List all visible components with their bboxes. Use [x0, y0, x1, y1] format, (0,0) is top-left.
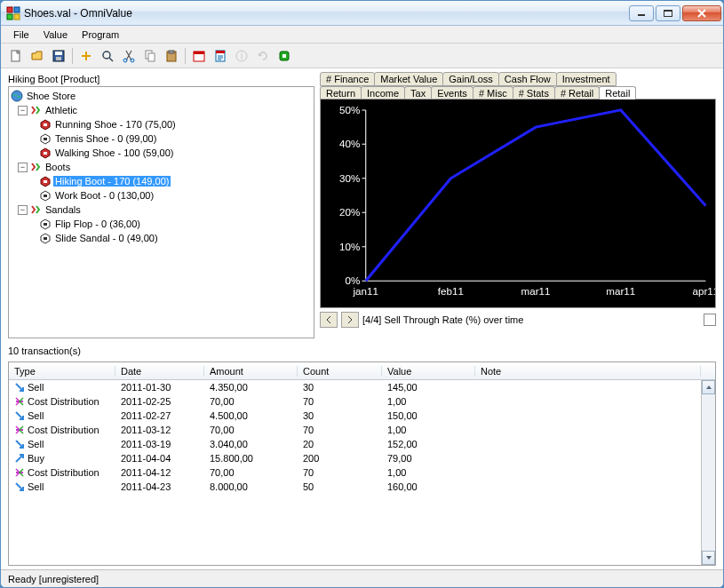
- menu-file[interactable]: File: [6, 28, 36, 42]
- svg-text:20%: 20%: [339, 208, 360, 219]
- tree-category-athletic[interactable]: Athletic: [44, 105, 79, 115]
- tree-category-boots[interactable]: Boots: [44, 162, 72, 172]
- collapse-icon[interactable]: −: [18, 106, 28, 115]
- scroll-up-icon[interactable]: [702, 380, 715, 394]
- tree-root[interactable]: Shoe Store: [25, 91, 77, 101]
- col-type[interactable]: Type: [9, 366, 115, 377]
- menu-program[interactable]: Program: [75, 28, 126, 42]
- tree-item[interactable]: Walking Shoe - 100 (59,00): [53, 147, 176, 158]
- close-button[interactable]: [682, 5, 721, 21]
- maximize-button[interactable]: [656, 5, 680, 21]
- category-icon: [29, 161, 42, 173]
- cut-icon[interactable]: [119, 46, 139, 66]
- copy-icon[interactable]: [140, 46, 160, 66]
- tab-retail[interactable]: Retail: [599, 86, 636, 99]
- table-row[interactable]: Sell2011-04-238.000,0050160,00: [9, 480, 701, 494]
- new-file-icon[interactable]: [6, 46, 26, 66]
- tree-item[interactable]: Flip Flop - 0 (36,00): [53, 219, 142, 229]
- col-count[interactable]: Count: [298, 366, 382, 377]
- tree-item[interactable]: Tennis Shoe - 0 (99,00): [53, 133, 158, 144]
- product-tree[interactable]: Shoe Store −Athletic Running Shoe - 170 …: [8, 86, 314, 338]
- svg-rect-17: [169, 51, 174, 53]
- table-row[interactable]: Cost Distribution2011-04-1270,00701,00: [9, 465, 701, 480]
- tab-tax[interactable]: Tax: [404, 86, 432, 99]
- refresh-icon: [253, 46, 273, 66]
- svg-rect-6: [664, 10, 672, 12]
- chart-checkbox[interactable]: [704, 314, 716, 326]
- tree-panel: Hiking Boot [Product] Shoe Store −Athlet…: [8, 72, 314, 338]
- search-icon[interactable]: [98, 46, 117, 66]
- titlebar[interactable]: Shoes.val - OmniValue: [1, 1, 723, 26]
- table-body[interactable]: Sell2011-01-304.350,0030145,00Cost Distr…: [9, 380, 701, 565]
- transaction-type-icon: [14, 425, 25, 435]
- tab-gainloss[interactable]: Gain/Loss: [442, 72, 499, 86]
- open-file-icon[interactable]: [28, 46, 47, 66]
- save-file-icon[interactable]: [49, 46, 68, 66]
- svg-text:apr11: apr11: [693, 286, 715, 297]
- calendar-icon[interactable]: [189, 46, 209, 66]
- tree-item-selected[interactable]: Hiking Boot - 170 (149,00): [53, 176, 171, 187]
- add-icon[interactable]: [76, 46, 96, 66]
- svg-rect-30: [44, 180, 47, 183]
- svg-text:feb11: feb11: [438, 286, 464, 297]
- col-note[interactable]: Note: [475, 366, 701, 377]
- table-row[interactable]: Cost Distribution2011-03-1270,00701,00: [9, 423, 701, 437]
- menu-value[interactable]: Value: [36, 28, 75, 42]
- transaction-type-icon: [14, 410, 25, 421]
- transaction-type-icon: [14, 396, 25, 407]
- report-icon[interactable]: [211, 46, 230, 66]
- minimize-button[interactable]: [629, 5, 654, 21]
- svg-rect-2: [7, 14, 12, 20]
- col-date[interactable]: Date: [115, 366, 204, 377]
- svg-text:30%: 30%: [339, 173, 360, 184]
- product-icon: [39, 132, 52, 145]
- tab-events[interactable]: Events: [431, 86, 473, 99]
- svg-text:jan11: jan11: [352, 286, 378, 297]
- vertical-scrollbar[interactable]: [701, 380, 715, 565]
- tab-stats[interactable]: # Stats: [513, 86, 555, 99]
- col-amount[interactable]: Amount: [204, 366, 298, 377]
- svg-rect-19: [194, 52, 204, 54]
- scroll-down-icon[interactable]: [702, 551, 715, 565]
- tab-return[interactable]: Return: [320, 86, 362, 99]
- transaction-type-icon: [14, 453, 25, 464]
- svg-rect-10: [56, 57, 61, 60]
- tab-finance[interactable]: # Finance: [320, 72, 375, 86]
- transaction-type-icon: [14, 439, 25, 449]
- tab-retail-hash[interactable]: # Retail: [554, 86, 600, 99]
- tree-category-sandals[interactable]: Sandals: [44, 204, 83, 215]
- col-value[interactable]: Value: [382, 366, 475, 377]
- svg-text:mar11: mar11: [606, 286, 635, 297]
- globe-icon: [11, 90, 23, 102]
- transaction-type-icon: [14, 481, 25, 492]
- table-row[interactable]: Buy2011-04-0415.800,0020079,00: [9, 451, 701, 465]
- table-row[interactable]: Sell2011-01-304.350,0030145,00: [9, 380, 701, 394]
- tree-item[interactable]: Slide Sandal - 0 (49,00): [53, 233, 160, 243]
- app-window: Shoes.val - OmniValue File Value Program…: [0, 0, 724, 588]
- tab-investment[interactable]: Investment: [556, 72, 617, 86]
- tab-market-value[interactable]: Market Value: [374, 72, 443, 86]
- table-row[interactable]: Cost Distribution2011-02-2570,00701,00: [9, 394, 701, 409]
- table-row[interactable]: Sell2011-03-193.040,0020152,00: [9, 437, 701, 451]
- settings-icon[interactable]: [274, 46, 294, 66]
- collapse-icon[interactable]: −: [18, 205, 28, 215]
- tab-income[interactable]: Income: [361, 86, 405, 99]
- transaction-table: Type Date Amount Count Value Note Sell20…: [8, 362, 716, 566]
- category-icon: [29, 203, 42, 216]
- table-row[interactable]: Sell2011-02-274.500,0030150,00: [9, 409, 701, 423]
- svg-rect-29: [44, 152, 47, 155]
- tab-cashflow[interactable]: Cash Flow: [498, 72, 557, 86]
- chart-next-button[interactable]: [341, 312, 359, 328]
- tree-item[interactable]: Work Boot - 0 (130,00): [53, 190, 155, 201]
- collapse-icon[interactable]: −: [18, 163, 28, 172]
- chart-prev-button[interactable]: [320, 312, 338, 328]
- paste-icon[interactable]: [162, 46, 181, 66]
- tree-item[interactable]: Running Shoe - 170 (75,00): [53, 119, 178, 130]
- menubar: File Value Program: [1, 26, 723, 44]
- content-area: Hiking Boot [Product] Shoe Store −Athlet…: [1, 68, 723, 569]
- chart-title-label: [4/4] Sell Through Rate (%) over time: [362, 314, 700, 325]
- chart-area[interactable]: 0%10%20%30%40%50%jan11feb11mar11mar11apr…: [320, 99, 716, 308]
- table-header: Type Date Amount Count Value Note: [9, 362, 715, 380]
- tab-misc[interactable]: # Misc: [473, 86, 513, 99]
- svg-text:40%: 40%: [339, 139, 360, 150]
